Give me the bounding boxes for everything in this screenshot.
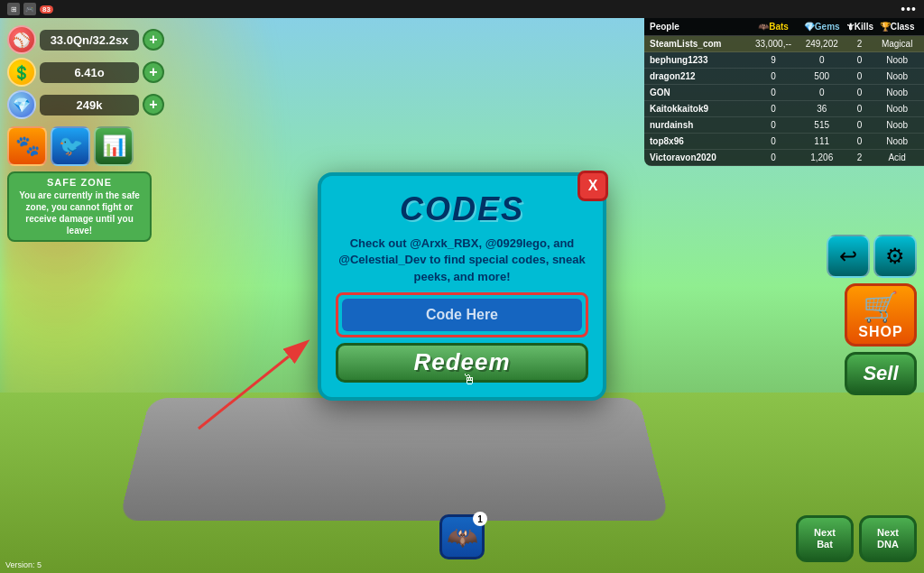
close-button[interactable]: X <box>578 171 608 201</box>
codes-description: Check out @Arxk_RBX, @0929lego, and @Cel… <box>336 236 588 285</box>
modal-overlay: X CODES Check out @Arxk_RBX, @0929lego, … <box>0 0 924 573</box>
codes-modal: X CODES Check out @Arxk_RBX, @0929lego, … <box>318 172 606 401</box>
code-input[interactable] <box>342 299 582 331</box>
codes-title: CODES <box>336 190 588 228</box>
redeem-button[interactable]: Redeem <box>336 343 588 383</box>
codes-input-area <box>336 292 588 337</box>
